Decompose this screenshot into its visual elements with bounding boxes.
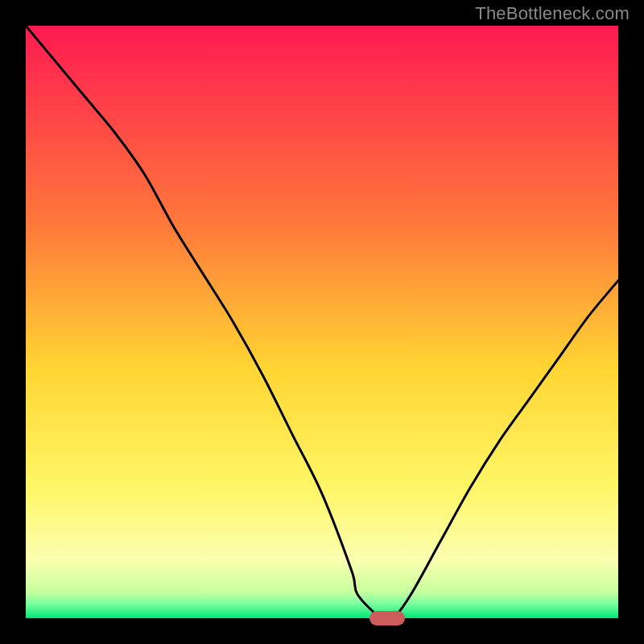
chart-background: [26, 26, 618, 618]
watermark-text: TheBottleneck.com: [475, 3, 630, 24]
plot-area: [26, 26, 618, 618]
optimum-marker: [369, 611, 405, 625]
chart-svg: [26, 26, 618, 618]
chart-frame: TheBottleneck.com: [0, 0, 644, 644]
